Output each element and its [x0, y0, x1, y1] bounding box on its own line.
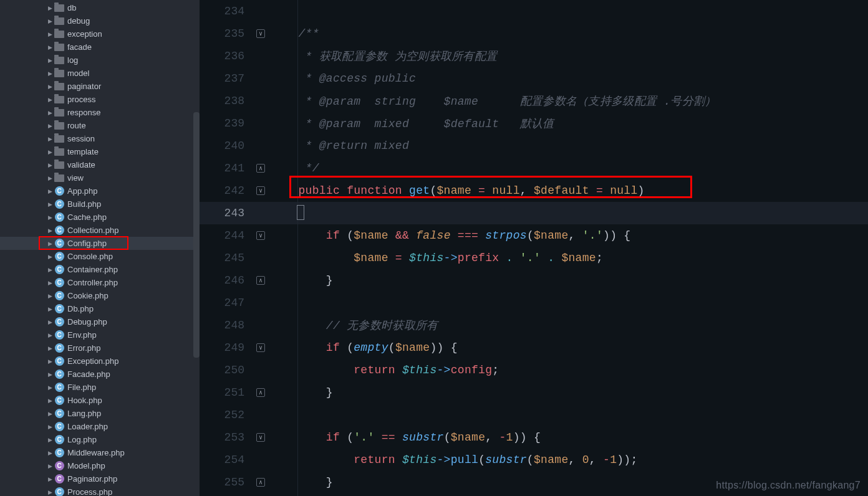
expand-arrow-icon[interactable]: ▶: [46, 450, 54, 456]
expand-arrow-icon[interactable]: ▶: [46, 463, 54, 469]
expand-arrow-icon[interactable]: ▶: [46, 358, 54, 365]
tree-item[interactable]: ▶CEnv.php: [0, 328, 200, 341]
tree-item[interactable]: ▶CPaginator.php: [0, 472, 200, 485]
tree-item[interactable]: ▶session: [0, 132, 200, 145]
code-line[interactable]: * @param string $name 配置参数名（支持多级配置 .号分割）: [271, 90, 868, 112]
fold-end-icon[interactable]: ∧: [256, 478, 265, 487]
tree-item[interactable]: ▶CContainer.php: [0, 263, 200, 276]
expand-arrow-icon[interactable]: ▶: [46, 384, 54, 391]
tree-item[interactable]: ▶CCookie.php: [0, 289, 200, 302]
tree-item[interactable]: ▶validate: [0, 158, 200, 171]
code-line[interactable]: [271, 494, 868, 496]
expand-arrow-icon[interactable]: ▶: [46, 319, 54, 325]
tree-item[interactable]: ▶process: [0, 93, 200, 106]
tree-item[interactable]: ▶CFacade.php: [0, 368, 200, 381]
tree-item[interactable]: ▶view: [0, 171, 200, 184]
expand-arrow-icon[interactable]: ▶: [46, 227, 54, 234]
code-line[interactable]: if ('.' == substr($name, -1)) {: [271, 426, 868, 449]
expand-arrow-icon[interactable]: ▶: [46, 306, 54, 312]
sidebar-scrollbar[interactable]: [193, 112, 200, 358]
expand-arrow-icon[interactable]: ▶: [46, 476, 54, 482]
code-line[interactable]: * @return mixed: [271, 135, 868, 157]
code-line[interactable]: return $this->pull(substr($name, 0, -1))…: [271, 449, 868, 471]
tree-item[interactable]: ▶model: [0, 67, 200, 80]
fold-end-icon[interactable]: ∧: [256, 276, 265, 285]
tree-item[interactable]: ▶CBuild.php: [0, 198, 200, 211]
fold-collapse-icon[interactable]: ∨: [256, 231, 265, 240]
tree-item[interactable]: ▶CDebug.php: [0, 315, 200, 328]
tree-item[interactable]: ▶paginator: [0, 80, 200, 93]
expand-arrow-icon[interactable]: ▶: [46, 280, 54, 286]
expand-arrow-icon[interactable]: ▶: [46, 437, 54, 443]
code-line[interactable]: $name = $this->prefix . '.' . $name;: [271, 247, 868, 269]
tree-item[interactable]: ▶CError.php: [0, 341, 200, 355]
tree-item[interactable]: ▶log: [0, 54, 200, 67]
expand-arrow-icon[interactable]: ▶: [46, 241, 54, 247]
expand-arrow-icon[interactable]: ▶: [46, 345, 54, 351]
code-line[interactable]: public function get($name = null, $defau…: [271, 179, 868, 202]
code-line[interactable]: }: [271, 381, 868, 404]
expand-arrow-icon[interactable]: ▶: [46, 411, 54, 417]
expand-arrow-icon[interactable]: ▶: [46, 97, 54, 103]
tree-item[interactable]: ▶CConsole.php: [0, 250, 200, 263]
expand-arrow-icon[interactable]: ▶: [46, 332, 54, 338]
expand-arrow-icon[interactable]: ▶: [46, 424, 54, 430]
tree-item[interactable]: ▶CCache.php: [0, 211, 200, 224]
tree-item[interactable]: ▶CProcess.php: [0, 485, 200, 496]
code-line[interactable]: }: [271, 269, 868, 292]
expand-arrow-icon[interactable]: ▶: [46, 123, 54, 129]
tree-item[interactable]: ▶CLog.php: [0, 433, 200, 446]
expand-arrow-icon[interactable]: ▶: [46, 175, 54, 181]
code-line[interactable]: */: [271, 157, 868, 179]
tree-item[interactable]: ▶route: [0, 119, 200, 132]
expand-arrow-icon[interactable]: ▶: [46, 188, 54, 194]
fold-collapse-icon[interactable]: ∨: [256, 343, 265, 352]
tree-item[interactable]: ▶CApp.php: [0, 184, 200, 198]
code-line[interactable]: if ($name && false === strpos($name, '.'…: [271, 224, 868, 247]
expand-arrow-icon[interactable]: ▶: [46, 254, 54, 260]
file-explorer[interactable]: ▶db▶debug▶exception▶facade▶log▶model▶pag…: [0, 0, 200, 496]
code-line[interactable]: {: [271, 202, 868, 224]
code-line[interactable]: [271, 292, 868, 314]
expand-arrow-icon[interactable]: ▶: [46, 371, 54, 378]
code-line[interactable]: return $this->config;: [271, 359, 868, 381]
code-line[interactable]: // 无参数时获取所有: [271, 314, 868, 336]
fold-end-icon[interactable]: ∧: [256, 164, 265, 173]
fold-collapse-icon[interactable]: ∨: [256, 29, 265, 38]
expand-arrow-icon[interactable]: ▶: [46, 267, 54, 273]
tree-item[interactable]: ▶db: [0, 1, 200, 14]
tree-item[interactable]: ▶CLoader.php: [0, 420, 200, 433]
expand-arrow-icon[interactable]: ▶: [46, 293, 54, 299]
tree-item[interactable]: ▶CLang.php: [0, 407, 200, 420]
expand-arrow-icon[interactable]: ▶: [46, 83, 54, 90]
code-line[interactable]: * @access public: [271, 67, 868, 90]
expand-arrow-icon[interactable]: ▶: [46, 110, 54, 116]
expand-arrow-icon[interactable]: ▶: [46, 149, 54, 155]
code-line[interactable]: /**: [271, 22, 868, 45]
tree-item[interactable]: ▶CDb.php: [0, 302, 200, 315]
expand-arrow-icon[interactable]: ▶: [46, 18, 54, 24]
code-line[interactable]: [271, 0, 868, 22]
tree-item[interactable]: ▶debug: [0, 14, 200, 27]
code-line[interactable]: * 获取配置参数 为空则获取所有配置: [271, 45, 868, 67]
tree-item[interactable]: ▶CHook.php: [0, 394, 200, 407]
expand-arrow-icon[interactable]: ▶: [46, 70, 54, 77]
expand-arrow-icon[interactable]: ▶: [46, 162, 54, 168]
code-line[interactable]: * @param mixed $default 默认值: [271, 112, 868, 135]
code-editor[interactable]: 2342352362372382392402412422432442452462…: [200, 0, 868, 496]
tree-item[interactable]: ▶exception: [0, 27, 200, 41]
expand-arrow-icon[interactable]: ▶: [46, 398, 54, 404]
expand-arrow-icon[interactable]: ▶: [46, 136, 54, 142]
expand-arrow-icon[interactable]: ▶: [46, 57, 54, 64]
expand-arrow-icon[interactable]: ▶: [46, 44, 54, 50]
fold-collapse-icon[interactable]: ∨: [256, 186, 265, 195]
tree-item[interactable]: ▶CCollection.php: [0, 224, 200, 237]
tree-item[interactable]: ▶CException.php: [0, 355, 200, 368]
expand-arrow-icon[interactable]: ▶: [46, 214, 54, 221]
tree-item[interactable]: ▶CModel.php: [0, 459, 200, 472]
tree-item[interactable]: ▶template: [0, 145, 200, 158]
code-area[interactable]: /** * 获取配置参数 为空则获取所有配置 * @access public …: [271, 0, 868, 496]
tree-item[interactable]: ▶CMiddleware.php: [0, 446, 200, 459]
fold-end-icon[interactable]: ∧: [256, 388, 265, 397]
tree-item[interactable]: ▶facade: [0, 41, 200, 54]
